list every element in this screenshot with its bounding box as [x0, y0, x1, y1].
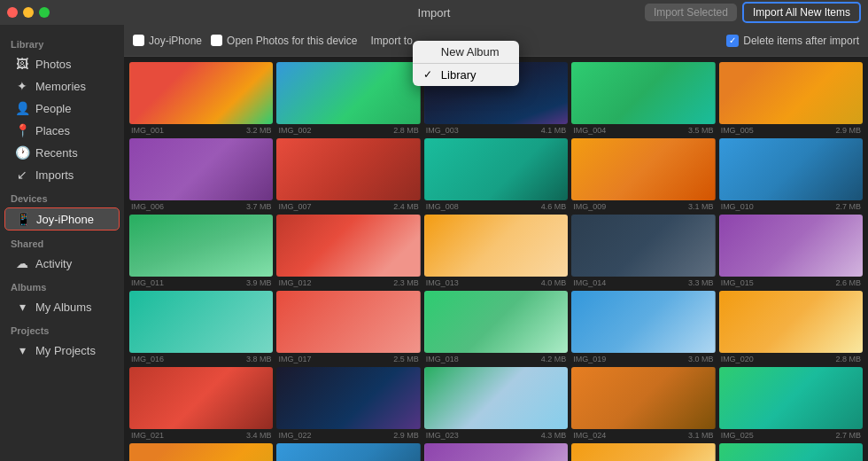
photo-cell[interactable]: IMG_0213.4 MB [129, 367, 273, 440]
photo-cell[interactable]: IMG_0243.1 MB [571, 367, 715, 440]
sidebar-item-my-projects[interactable]: ▾ My Projects [4, 340, 120, 361]
people-icon: 👤 [15, 101, 29, 115]
device-name: Joy-iPhone [149, 35, 202, 47]
import-selected-button[interactable]: Import Selected [645, 4, 737, 21]
sidebar-item-people[interactable]: 👤 People [4, 98, 120, 119]
photo-cell[interactable]: IMG_0193.0 MB [571, 291, 715, 363]
photo-thumb [276, 215, 420, 277]
photo-cell[interactable]: IMG_0052.9 MB [719, 62, 863, 135]
imports-icon: ↙ [15, 168, 29, 182]
sidebar-item-activity[interactable]: ☁ Activity [4, 253, 120, 274]
close-button[interactable] [7, 7, 18, 18]
library-label: Library [441, 68, 477, 82]
photo-info: IMG_0184.2 MB [424, 355, 568, 363]
projects-section-label: Projects [0, 318, 124, 339]
photo-thumb [719, 443, 863, 461]
photo-thumb [719, 367, 863, 429]
sidebar-item-memories[interactable]: ✦ Memories [4, 75, 120, 97]
photo-thumb [719, 291, 863, 353]
window-controls [7, 7, 50, 18]
photo-row-6: IMG_0263.6 MB IMG_0272.2 MB IMG_0284.4 M… [129, 443, 863, 461]
photo-cell[interactable]: IMG_0302.6 MB [719, 443, 863, 461]
photo-info: IMG_0072.4 MB [276, 202, 420, 211]
delete-checkbox[interactable]: ✓ [726, 35, 739, 47]
device-label: Joy-iPhone [133, 35, 202, 47]
sidebar-item-photos[interactable]: 🖼 Photos [4, 53, 120, 74]
iphone-icon: 📱 [16, 212, 30, 226]
photo-thumb [129, 62, 273, 124]
photo-thumb [571, 138, 715, 200]
photo-thumb [424, 138, 568, 200]
sidebar-item-recents[interactable]: 🕐 Recents [4, 142, 120, 163]
photo-thumb [129, 443, 273, 461]
photo-cell[interactable]: IMG_0163.8 MB [129, 291, 273, 363]
activity-icon: ☁ [15, 256, 29, 270]
photo-cell[interactable]: IMG_0263.6 MB [129, 443, 273, 461]
sidebar-item-my-albums[interactable]: ▾ My Albums [4, 296, 120, 317]
photo-info: IMG_0063.7 MB [129, 202, 273, 211]
photo-info: IMG_0102.7 MB [719, 202, 863, 211]
photo-cell[interactable]: IMG_0172.5 MB [276, 291, 420, 363]
photo-thumb [719, 138, 863, 200]
maximize-button[interactable] [39, 7, 50, 18]
photo-thumb [571, 62, 715, 124]
sidebar: Library 🖼 Photos ✦ Memories 👤 People 📍 P… [0, 25, 124, 461]
photo-cell[interactable]: IMG_0013.2 MB [129, 62, 273, 135]
sidebar-item-joy-iphone[interactable]: 📱 Joy-iPhone [4, 207, 120, 230]
photo-cell[interactable]: IMG_0063.7 MB [129, 138, 273, 211]
library-option[interactable]: ✓ Library [413, 64, 519, 86]
open-photos-checkbox[interactable] [211, 35, 222, 46]
photo-cell[interactable]: IMG_0234.3 MB [424, 367, 568, 440]
photo-cell[interactable]: IMG_0202.8 MB [719, 291, 863, 363]
titlebar-actions: Import Selected Import All New Items [645, 2, 861, 23]
photo-info: IMG_0234.3 MB [424, 431, 568, 440]
photo-info: IMG_0163.8 MB [129, 355, 273, 363]
photo-cell[interactable]: IMG_0293.2 MB [571, 443, 715, 461]
new-album-option[interactable]: New Album [413, 41, 519, 63]
photo-cell[interactable]: IMG_0072.4 MB [276, 138, 420, 211]
photo-cell[interactable]: IMG_0113.9 MB [129, 215, 273, 287]
photo-info: IMG_0193.0 MB [571, 355, 715, 363]
sidebar-memories-label: Memories [35, 80, 86, 93]
photo-thumb [276, 62, 420, 124]
shared-section-label: Shared [0, 231, 124, 252]
photo-cell[interactable]: IMG_0043.5 MB [571, 62, 715, 135]
sidebar-activity-label: Activity [35, 257, 72, 270]
minimize-button[interactable] [23, 7, 34, 18]
content-area: Joy-iPhone Open Photos for this device I… [124, 25, 868, 461]
photo-thumb [276, 443, 420, 461]
photo-cell[interactable]: IMG_0122.3 MB [276, 215, 420, 287]
photo-thumb [276, 138, 420, 200]
photo-cell[interactable]: IMG_0252.7 MB [719, 367, 863, 440]
import-all-button[interactable]: Import All New Items [742, 2, 861, 23]
window-title: Import [418, 6, 451, 20]
photo-thumb [276, 367, 420, 429]
sidebar-my-projects-label: My Projects [35, 344, 96, 357]
photo-cell[interactable]: IMG_0284.4 MB [424, 443, 568, 461]
sidebar-places-label: Places [35, 124, 70, 137]
photo-cell[interactable]: IMG_0022.8 MB [276, 62, 420, 135]
sidebar-item-imports[interactable]: ↙ Imports [4, 164, 120, 185]
photo-cell[interactable]: IMG_0222.9 MB [276, 367, 420, 440]
photo-thumb [424, 215, 568, 277]
photo-cell[interactable]: IMG_0143.3 MB [571, 215, 715, 287]
photo-cell[interactable]: IMG_0272.2 MB [276, 443, 420, 461]
photo-cell[interactable]: IMG_0152.6 MB [719, 215, 863, 287]
photo-thumb [424, 443, 568, 461]
photo-info: IMG_0022.8 MB [276, 126, 420, 135]
photo-thumb [129, 291, 273, 353]
photos-icon: 🖼 [15, 57, 29, 71]
photo-cell[interactable]: IMG_0134.0 MB [424, 215, 568, 287]
photo-cell[interactable]: IMG_0184.2 MB [424, 291, 568, 363]
sidebar-recents-label: Recents [35, 146, 78, 160]
sidebar-joy-iphone-label: Joy-iPhone [36, 213, 94, 226]
photo-row-4: IMG_0163.8 MB IMG_0172.5 MB IMG_0184.2 M… [129, 291, 863, 363]
photo-thumb [129, 215, 273, 277]
sidebar-item-places[interactable]: 📍 Places [4, 120, 120, 141]
import-to-label: Import to [370, 35, 412, 47]
photo-cell[interactable]: IMG_0102.7 MB [719, 138, 863, 211]
main-content: Library 🖼 Photos ✦ Memories 👤 People 📍 P… [0, 25, 868, 461]
photo-cell[interactable]: IMG_0084.6 MB [424, 138, 568, 211]
photo-cell[interactable]: IMG_0093.1 MB [571, 138, 715, 211]
device-checkbox[interactable] [133, 35, 144, 46]
